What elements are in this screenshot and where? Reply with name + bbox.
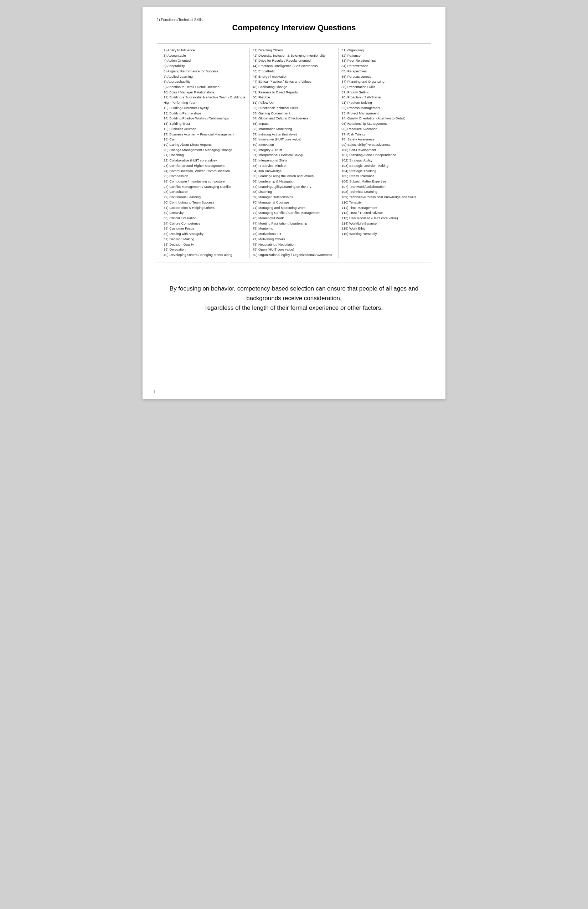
list-item: 66) Leadership & Navigation [253,179,336,184]
list-item: 106) Subject Matter Expertise [341,179,425,184]
list-item: 6) Aligning Performance for Success [163,69,247,74]
list-item: 8) Approachability [163,79,247,84]
list-item: 64) Job Knowledge [253,168,336,174]
list-item: 95) Relationship Management [341,121,425,126]
list-item: 29) Continuous Learning [163,195,247,200]
list-item: 10) Boss / Manager Relationships [163,90,247,95]
list-item: 57) Initiating Action (Initiative) [253,132,336,137]
list-item: 38) Decision Quality [163,242,247,247]
list-item: 4) Action Oriented [163,58,247,63]
list-item: 113) User Focused {HUIT core value} [341,216,425,221]
list-item: 111) Time Management [341,205,425,211]
page-label: 1) Functional/Technical Skills [157,18,431,22]
list-item: 52) Functional/Technical Skills [253,105,336,111]
list-item: 14) Building Positive Working Relationsh… [163,116,247,121]
list-item: 67) Learning Agility/Learning on the Fly [253,184,336,190]
list-item: 59) Innovation [253,142,336,147]
list-item: 72) Managing Conflict / Conflict Managem… [253,210,336,216]
list-item: 84) Perseverance [341,63,425,69]
list-item: 11) Building a Successful & effective Te… [163,95,247,105]
list-item: 99) Sales Ability/Persuasiveness [341,142,425,147]
list-item: 93) Project Management [341,111,425,116]
list-item: 50) Flexible [253,95,336,100]
list-item: 36) Dealing with Ambiguity [163,231,247,237]
list-item: 110) Tenacity [341,200,425,205]
list-item: 7) Applied Learning [163,74,247,79]
list-item: 55) Impact [253,121,336,126]
list-item: 54) Global and Cultural Effectiveness [253,116,336,121]
list-item: 62) Interpersonal Skills [253,158,336,163]
list-item: 9) Attention to Detail / Detail Oriented [163,84,247,90]
list-item: 60) Integrity & Trust [253,147,336,153]
list-item: 58) Innovative {HUIT core value} [253,137,336,142]
list-item: 33) Critical Evaluation [163,216,247,221]
list-item: 63) IT Service Mindset [253,163,336,168]
list-item: 71) Managing and Measuring Work [253,205,336,211]
list-item: 94) Quality Orientation (Attention to De… [341,116,425,121]
list-item: 61) Interpersonal / Political Savvy [253,152,336,158]
competency-list: 2) Ability to Influence3) Accountable4) … [157,43,431,262]
list-item: 116) Working Remotely [341,231,425,237]
list-item: 42) Diversity, Inclusion & Belonging Int… [253,53,336,58]
list-item: 88) Presentation Skills [341,84,425,90]
list-item: 53) Gaining Commitment [253,111,336,116]
list-item: 105) Stress Tolerance [341,174,425,179]
list-item: 70) Managerial Courage [253,200,336,205]
list-item: 86) Persuasiveness [341,74,425,79]
list-item: 32) Creativity [163,210,247,216]
list-item: 56) Information Monitoring [253,126,336,132]
list-item: 46) Energy / motivation [253,74,336,79]
list-item: 65) Leading/Living the Vision and Values [253,174,336,179]
list-item: 96) Resource Allocation [341,126,425,132]
list-item: 27) Conflict Management / Managing Confl… [163,184,247,190]
list-item: 87) Planning and Organizing [341,79,425,84]
list-item: 22) Collaborative {HUIT core value} [163,158,247,163]
list-item: 89) Priority Setting [341,90,425,95]
list-item: 44) Emotional Intelligence / Self Awaren… [253,63,336,69]
list-item: 82) Patience [341,53,425,58]
list-item: 45) Empathetic [253,69,336,74]
list-item: 41) Directing Others [253,48,336,53]
list-item: 39) Delegation [163,247,247,252]
list-item: 21) Coaching [163,152,247,158]
list-item: 76) Motivational Fit [253,231,336,237]
list-item: 108) Technical Learning [341,189,425,195]
list-item: 75) Mentoring [253,226,336,231]
list-item: 115) Work Ethic [341,226,425,231]
list-item: 17) Business Acumen – Financial Manageme… [163,132,247,137]
list-item: 73) Meaningful Work [253,216,336,221]
list-item: 109) Technical/Professional Knowledge an… [341,195,425,200]
column-1: 2) Ability to Influence3) Accountable4) … [161,48,250,258]
list-item: 48) Facilitating Change [253,84,336,90]
list-item: 37) Decision Making [163,237,247,242]
page: 1) Functional/Technical Skills Competenc… [142,7,446,399]
list-item: 68) Listening [253,189,336,195]
list-item: 25) Compassion [163,174,247,179]
list-item: 97) Risk Taking [341,132,425,137]
list-item: 90) Proactive / Self-Starter [341,95,425,100]
footer-text: By focusing on behavior, competency-base… [157,284,431,313]
list-item: 78) Negotiating / Negotiation [253,242,336,247]
list-item: 83) Peer Relationships [341,58,425,63]
list-item: 3) Accountable [163,53,247,58]
list-item: 43) Drive for Results / Results oriented [253,58,336,63]
list-item: 20) Change Management / Managing Change [163,147,247,153]
list-item: 103) Strategic Decision Making [341,163,425,168]
list-item: 51) Follow-Up [253,100,336,105]
list-item: 47) Ethical Practice / Ethics and Values [253,79,336,84]
list-item: 24) Communication, Written Communication [163,168,247,174]
list-item: 31) Cooperation & Helping Others [163,205,247,211]
list-item: 15) Building Trust [163,121,247,126]
list-item: 26) Composure / maintaining composure [163,179,247,184]
list-item: 18) Calm [163,137,247,142]
list-item: 23) Comfort around Higher Management [163,163,247,168]
list-item: 34) Culture Competence [163,221,247,226]
list-item: 5) Adaptability [163,63,247,69]
list-item: 112) Trust / Trusted Advisor [341,210,425,216]
page-number: 1 [153,390,155,394]
list-item: 80) Organizational Agility / Organizatio… [253,252,336,258]
list-item: 102) Strategic Agility [341,158,425,163]
list-item: 28) Consultation [163,189,247,195]
list-item: 85) Perspectives [341,69,425,74]
list-item: 74) Meeting Facilitation / Leadership [253,221,336,226]
